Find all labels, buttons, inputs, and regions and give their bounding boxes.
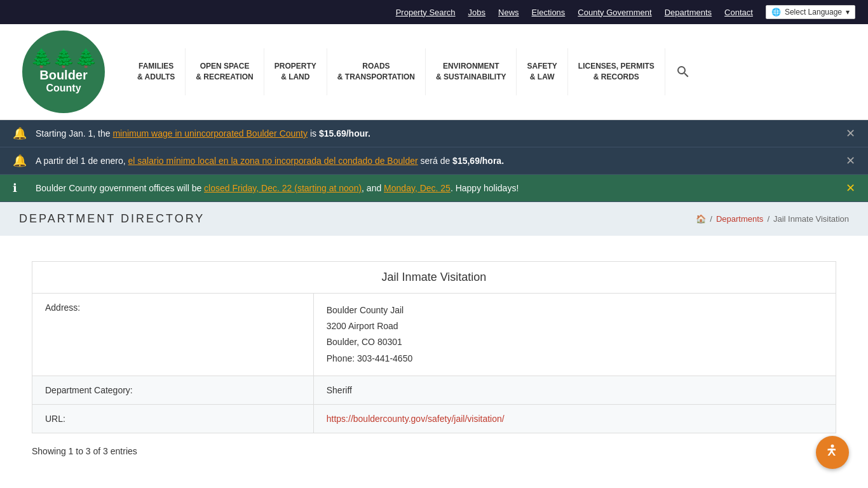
main-content: Jail Inmate Visitation Address: Boulder … [0, 236, 868, 488]
entries-info: Showing 1 to 3 of 3 entries [32, 446, 836, 456]
notifications-area: 🔔 Starting Jan. 1, the minimum wage in u… [0, 120, 868, 202]
nav-open-space[interactable]: OPEN SPACE & RECREATION [186, 48, 264, 95]
breadcrumb-separator-1: / [710, 214, 712, 224]
notification-3-close[interactable]: ✕ [846, 181, 855, 195]
logo-line2: County [46, 83, 81, 94]
chevron-down-icon: ▾ [846, 8, 850, 17]
notification-1-text: Starting Jan. 1, the minimum wage in uni… [36, 128, 838, 139]
accessibility-button[interactable] [816, 436, 849, 469]
notification-3-text: Boulder County government offices will b… [36, 183, 838, 193]
address-value: Boulder County Jail 3200 Airport Road Bo… [313, 294, 836, 376]
topnav-property-search[interactable]: Property Search [396, 8, 456, 17]
nav-environment[interactable]: ENVIRONMENT & SUSTAINABILITY [426, 48, 517, 95]
closed-friday-link[interactable]: closed Friday, Dec. 22 (starting at noon… [204, 183, 362, 193]
top-nav: Property Search Jobs News Elections Coun… [0, 0, 868, 24]
address-line-2: 3200 Airport Road [327, 318, 823, 334]
address-line-4: Phone: 303-441-4650 [327, 351, 823, 367]
notification-3: ℹ Boulder County government offices will… [0, 175, 868, 202]
bell-icon-1: 🔔 [13, 126, 28, 140]
address-lines: Boulder County Jail 3200 Airport Road Bo… [327, 302, 823, 367]
search-icon [675, 64, 691, 79]
logo-area[interactable]: 🌲🌲🌲 Boulder County [0, 24, 127, 119]
url-label: URL: [32, 404, 314, 433]
main-header: 🌲🌲🌲 Boulder County FAMILIES & ADULTS OPE… [0, 24, 868, 120]
notification-1-close[interactable]: ✕ [846, 126, 855, 140]
page-title: DEPARTMENT DIRECTORY [19, 212, 205, 226]
breadcrumb-separator-2: / [767, 214, 770, 224]
closed-monday-link[interactable]: Monday, Dec. 25 [384, 183, 451, 193]
topnav-elections[interactable]: Elections [532, 8, 566, 17]
notification-2-text: A partir del 1 de enero, el salario míni… [36, 156, 838, 166]
department-directory-header: DEPARTMENT DIRECTORY 🏠 / Departments / J… [0, 202, 868, 236]
url-value: https://bouldercounty.gov/safety/jail/vi… [313, 404, 836, 433]
topnav-contact[interactable]: Contact [724, 8, 753, 17]
category-value: Sheriff [313, 376, 836, 404]
address-label: Address: [32, 294, 314, 376]
search-button[interactable] [665, 48, 701, 95]
table-title: Jail Inmate Visitation [32, 262, 836, 294]
nav-families-adults[interactable]: FAMILIES & ADULTS [127, 48, 186, 95]
min-wage-link-es[interactable]: el salario mínimo local en la zona no in… [128, 156, 418, 166]
topnav-news[interactable]: News [498, 8, 519, 17]
nav-property-land[interactable]: PROPERTY & LAND [264, 48, 327, 95]
topnav-departments[interactable]: Departments [665, 8, 712, 17]
dept-url-link[interactable]: https://bouldercounty.gov/safety/jail/vi… [327, 414, 505, 424]
language-selector[interactable]: 🌐 Select Language ▾ [766, 5, 855, 19]
accessibility-icon [823, 443, 842, 462]
topnav-county-government[interactable]: County Government [578, 8, 651, 17]
logo: 🌲🌲🌲 Boulder County [22, 30, 105, 113]
lang-icon: 🌐 [771, 8, 781, 17]
logo-trees-icon: 🌲🌲🌲 [31, 50, 97, 67]
address-line-3: Boulder, CO 80301 [327, 334, 823, 350]
nav-licenses-permits[interactable]: LICENSES, PERMITS & RECORDS [568, 48, 665, 95]
min-wage-link-en[interactable]: minimum wage in unincorporated Boulder C… [112, 128, 308, 139]
breadcrumb-departments-link[interactable]: Departments [716, 214, 763, 224]
info-icon: ℹ [13, 181, 28, 195]
logo-line1: Boulder [39, 67, 88, 83]
bell-icon-2: 🔔 [13, 154, 28, 168]
main-navigation: FAMILIES & ADULTS OPEN SPACE & RECREATIO… [127, 48, 868, 95]
notification-2: 🔔 A partir del 1 de enero, el salario mí… [0, 147, 868, 175]
breadcrumb-current: Jail Inmate Visitation [773, 214, 849, 224]
home-icon[interactable]: 🏠 [696, 214, 706, 224]
table-row-category: Department Category: Sheriff [32, 376, 836, 404]
department-table: Jail Inmate Visitation Address: Boulder … [32, 261, 836, 433]
table-row-address: Address: Boulder County Jail 3200 Airpor… [32, 294, 836, 376]
nav-safety-law[interactable]: SAFETY & LAW [517, 48, 567, 95]
address-line-1: Boulder County Jail [327, 302, 823, 318]
breadcrumb: 🏠 / Departments / Jail Inmate Visitation [696, 214, 849, 224]
notification-2-close[interactable]: ✕ [846, 154, 855, 168]
lang-label: Select Language [785, 8, 842, 17]
nav-roads-transportation[interactable]: ROADS & TRANSPORTATION [327, 48, 426, 95]
table-row-url: URL: https://bouldercounty.gov/safety/ja… [32, 404, 836, 433]
notification-1: 🔔 Starting Jan. 1, the minimum wage in u… [0, 120, 868, 147]
topnav-jobs[interactable]: Jobs [468, 8, 485, 17]
category-label: Department Category: [32, 376, 314, 404]
